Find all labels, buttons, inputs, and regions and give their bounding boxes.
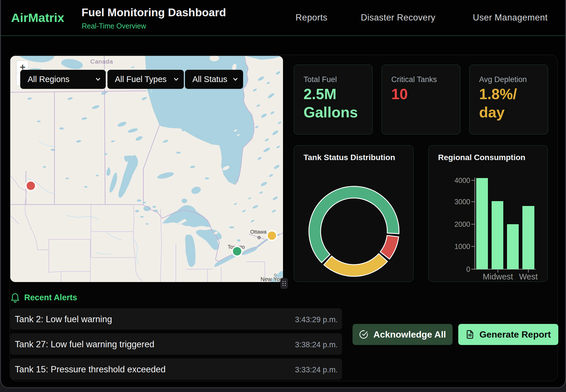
svg-text:4000: 4000: [454, 176, 470, 184]
svg-text:West: West: [519, 272, 538, 281]
svg-text:1000: 1000: [454, 242, 470, 250]
svg-text:0: 0: [466, 265, 470, 273]
svg-text:3000: 3000: [454, 198, 470, 206]
svg-text:Canada: Canada: [90, 58, 113, 65]
svg-text:Ottawa: Ottawa: [250, 229, 267, 235]
svg-text:Midwest: Midwest: [483, 272, 513, 281]
svg-text:2000: 2000: [454, 220, 470, 228]
svg-text:New York: New York: [260, 276, 283, 282]
